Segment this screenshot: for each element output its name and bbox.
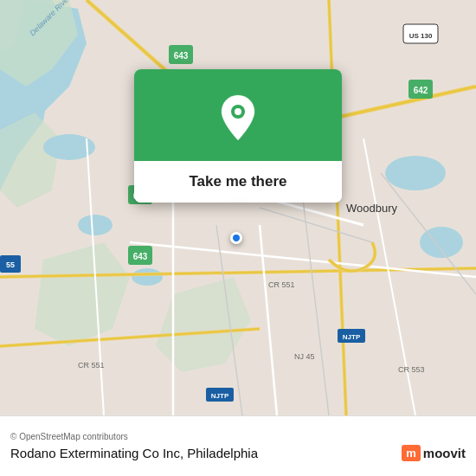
svg-text:Woodbury: Woodbury — [346, 202, 398, 215]
map-container: 643 643 643 US 130 642 CR 551 CR 551 CR … — [0, 0, 476, 415]
location-pin-icon — [217, 93, 259, 142]
svg-point-4 — [385, 156, 446, 190]
business-name: Rodano Exterminating Co Inc, Philadelphi… — [10, 446, 258, 460]
svg-point-2 — [78, 215, 113, 235]
svg-point-3 — [132, 268, 163, 286]
svg-point-51 — [235, 108, 241, 115]
svg-text:NJ 45: NJ 45 — [294, 352, 315, 361]
popup-top — [134, 69, 342, 161]
moovit-logo-letter: m — [402, 445, 421, 461]
take-me-there-button[interactable]: Take me there — [134, 161, 342, 203]
map-attribution: © OpenStreetMap contributors — [10, 432, 466, 441]
svg-text:NJTP: NJTP — [211, 392, 229, 400]
svg-text:642: 642 — [414, 86, 428, 95]
svg-text:NJTP: NJTP — [343, 333, 361, 341]
moovit-logo: m moovit — [402, 445, 466, 461]
svg-text:US 130: US 130 — [409, 32, 433, 40]
svg-text:CR 551: CR 551 — [268, 280, 295, 289]
business-row: Rodano Exterminating Co Inc, Philadelphi… — [10, 445, 466, 461]
map-location-dot — [230, 232, 242, 244]
svg-text:CR 553: CR 553 — [398, 365, 425, 374]
bottom-bar: © OpenStreetMap contributors Rodano Exte… — [0, 415, 476, 476]
moovit-logo-text: moovit — [423, 446, 466, 460]
svg-text:643: 643 — [133, 252, 148, 261]
svg-text:643: 643 — [174, 51, 189, 61]
svg-text:CR 551: CR 551 — [78, 361, 105, 370]
popup-card: Take me there — [134, 69, 342, 203]
svg-text:55: 55 — [6, 261, 15, 269]
